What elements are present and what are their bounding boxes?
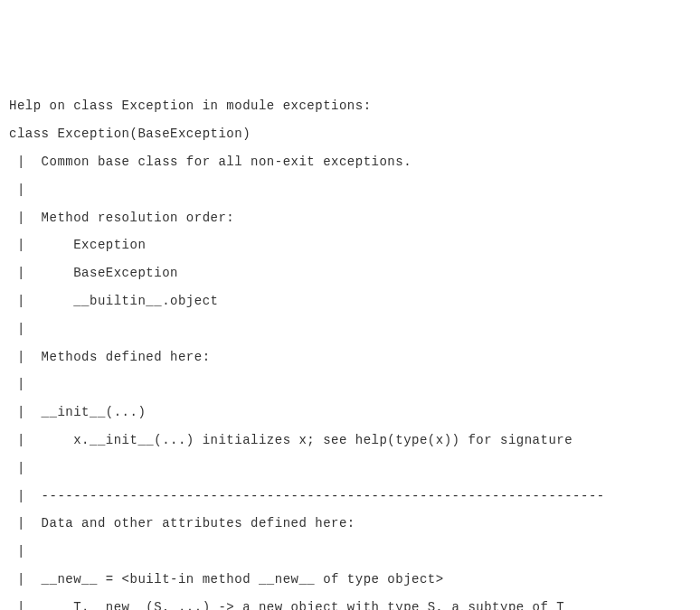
help-line: | __builtin__.object [9,287,691,315]
help-line: | Method resolution order: [9,204,691,232]
help-line: | [9,315,691,343]
help-line: | --------------------------------------… [9,483,691,511]
help-line: | BaseException [9,259,691,287]
help-line: | Exception [9,231,691,259]
help-line: | Common base class for all non-exit exc… [9,148,691,176]
help-line: | [9,371,691,399]
help-line: | [9,538,691,566]
help-line: | T.__new__(S, ...) -> a new object with… [9,594,691,610]
help-output: Help on class Exception in module except… [9,92,691,610]
help-line: | [9,455,691,483]
help-line: class Exception(BaseException) [9,120,691,148]
help-line: | __init__(...) [9,399,691,427]
help-line: Help on class Exception in module except… [9,92,691,120]
help-line: | [9,176,691,204]
help-line: | Data and other attributes defined here… [9,510,691,538]
help-line: | Methods defined here: [9,343,691,371]
help-line: | __new__ = <built-in method __new__ of … [9,566,691,594]
help-line: | x.__init__(...) initializes x; see hel… [9,427,691,455]
